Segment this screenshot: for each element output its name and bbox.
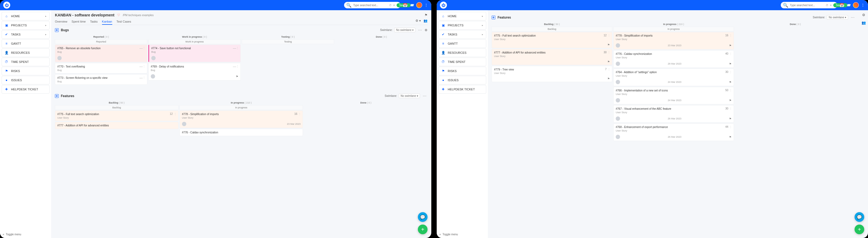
- clock-icon[interactable]: ⏱: [389, 4, 392, 7]
- kanban-card[interactable]: #779 - Tree viewUser Story7⋮⚑: [492, 66, 612, 82]
- user-avatar[interactable]: [416, 2, 422, 8]
- tab-testcases[interactable]: Test Cases: [117, 19, 131, 25]
- inbox-icon[interactable]: 📨: [409, 3, 414, 7]
- sidebar-item-projects[interactable]: ▣PROJECTS▸: [438, 21, 486, 30]
- assignee-avatar[interactable]: [616, 80, 620, 84]
- sidebar-item-home[interactable]: ⌂HOME▸: [2, 12, 50, 21]
- sidebar-item-risks[interactable]: ⚑RISKS: [438, 67, 486, 75]
- card-menu-icon[interactable]: ⋮: [236, 46, 239, 49]
- settings-icon[interactable]: ⚙ ▾: [415, 19, 421, 25]
- kanban-card[interactable]: #775 - Full text search optimizationUser…: [55, 110, 179, 121]
- flag-icon[interactable]: ⚑: [425, 13, 428, 17]
- sidebar-item-resources[interactable]: 👤RESOURCES: [438, 48, 486, 57]
- section-settings-icon[interactable]: ⚙: [425, 28, 428, 32]
- sidebar-item-issues[interactable]: ●ISSUES: [2, 76, 50, 84]
- search-input[interactable]: [353, 4, 388, 7]
- sidebar-item-home[interactable]: ⌂HOME▸: [438, 12, 486, 21]
- favorite-icon[interactable]: ♡: [117, 13, 120, 17]
- sidebar-item-tasks[interactable]: ✔TASKS▸: [438, 30, 486, 39]
- card-menu-icon[interactable]: ⋮: [298, 112, 301, 115]
- sidebar-item-risks[interactable]: ⚑RISKS: [2, 67, 50, 75]
- menu-dots-icon[interactable]: ⋮: [861, 3, 865, 7]
- card-menu-icon[interactable]: ⋮: [143, 46, 145, 49]
- app-logo-icon[interactable]: ⏻: [440, 2, 447, 9]
- card-menu-icon[interactable]: ⋮: [236, 65, 239, 68]
- assignee-avatar[interactable]: [182, 122, 186, 126]
- people-icon[interactable]: 👥: [424, 19, 428, 25]
- assignee-avatar[interactable]: [151, 74, 155, 78]
- filter-icon[interactable]: ≡: [393, 4, 395, 7]
- section-toggle-icon[interactable]: ▦: [55, 28, 59, 32]
- card-menu-icon[interactable]: ⋮: [730, 34, 732, 37]
- card-menu-icon[interactable]: ⋮: [143, 65, 145, 68]
- assignee-avatar[interactable]: [616, 98, 620, 102]
- user-avatar[interactable]: [853, 2, 859, 8]
- search-box[interactable]: 🔍 ⏱ ≡ Search: [344, 2, 401, 8]
- sidebar-item-tasks[interactable]: ✔TASKS▸: [2, 30, 50, 39]
- kanban-card[interactable]: #766 - Implementation of a new set of ic…: [613, 87, 734, 104]
- inbox-icon[interactable]: 📨: [846, 3, 851, 7]
- card-menu-icon[interactable]: ⋮: [730, 107, 732, 110]
- calendar-icon[interactable]: 📅: [403, 3, 407, 7]
- kanban-card[interactable]: #777 - Addition of API for advanced enti…: [55, 122, 179, 129]
- people-icon[interactable]: 👥: [862, 21, 866, 25]
- swimlane-select[interactable]: No swimlane ▾: [394, 28, 415, 32]
- card-menu-icon[interactable]: ⋮: [608, 68, 610, 71]
- kanban-card[interactable]: #773 - Screen flickering on a specific v…: [55, 74, 147, 85]
- kanban-card[interactable]: #765 - Remove an obsolete functionBug—⋮: [55, 45, 147, 62]
- kanban-card[interactable]: #775 - Full text search optimizationUser…: [492, 32, 612, 48]
- card-menu-icon[interactable]: ⋮: [608, 51, 610, 54]
- card-menu-icon[interactable]: ⋮: [143, 76, 145, 79]
- kanban-card[interactable]: #778 - Simplification of importsUser Sto…: [613, 32, 734, 49]
- assignee-avatar[interactable]: [616, 135, 620, 139]
- kanban-card[interactable]: #776 - Caldav synchronizationUser Story4…: [613, 50, 734, 68]
- sidebar-item-helpdesk[interactable]: ✚HELPDESK TICKET: [438, 85, 486, 94]
- app-logo-icon[interactable]: ⏻: [3, 2, 10, 9]
- kanban-card[interactable]: #764 - Addition of "settings" optionUser…: [613, 69, 734, 86]
- swimlane-select[interactable]: No swimlane ▾: [827, 15, 848, 20]
- calendar-icon[interactable]: 📅: [839, 3, 844, 7]
- section-menu-icon[interactable]: ⋯: [417, 28, 423, 32]
- menu-dots-icon[interactable]: ⋮: [424, 3, 428, 7]
- assignee-avatar[interactable]: [151, 56, 156, 60]
- sidebar-item-issues[interactable]: ●ISSUES: [438, 76, 486, 84]
- kanban-card[interactable]: #767 - Visual enhancement of the ABC fea…: [613, 105, 734, 123]
- add-fab-button[interactable]: +: [855, 225, 864, 234]
- search-box[interactable]: 🔍 ⏱ ≡ Search: [781, 2, 837, 8]
- kanban-card[interactable]: #768 - Enhancement of export performance…: [613, 124, 734, 141]
- section-toggle-icon[interactable]: ▦: [55, 94, 59, 98]
- filter-icon[interactable]: ≡: [830, 4, 832, 7]
- sidebar-item-projects[interactable]: ▣PROJECTS▸: [2, 21, 50, 30]
- sidebar-item-timespent[interactable]: ⏱TIME SPENT: [438, 58, 486, 66]
- toggle-menu-button[interactable]: «Toggle menu: [439, 233, 458, 236]
- section-toggle-icon[interactable]: ▦: [492, 15, 495, 20]
- swimlane-select[interactable]: No swimlane ▾: [399, 94, 420, 98]
- sidebar-item-gantt[interactable]: ≡GANTT: [2, 39, 50, 48]
- tab-kanban[interactable]: Kanban: [102, 19, 112, 25]
- sidebar-item-timespent[interactable]: ⏱TIME SPENT: [2, 58, 50, 66]
- chat-bubble-button[interactable]: 💬: [418, 212, 428, 222]
- kanban-card[interactable]: #778 - Simplification of importsUser Sto…: [180, 110, 303, 128]
- tab-spenttime[interactable]: Spent time: [72, 19, 86, 25]
- assignee-avatar[interactable]: [57, 56, 62, 60]
- search-input[interactable]: [790, 4, 824, 7]
- settings-icon[interactable]: ⚙: [862, 13, 865, 17]
- sidebar-item-gantt[interactable]: ≡GANTT: [438, 39, 486, 48]
- card-menu-icon[interactable]: ⋮: [174, 112, 177, 115]
- assignee-avatar[interactable]: [616, 62, 620, 66]
- tab-tasks[interactable]: Tasks: [90, 19, 97, 25]
- chat-bubble-button[interactable]: 💬: [855, 212, 864, 222]
- card-menu-icon[interactable]: ⋮: [730, 70, 732, 73]
- toggle-menu-button[interactable]: «Toggle menu: [3, 233, 21, 236]
- assignee-avatar[interactable]: [616, 43, 620, 47]
- add-fab-button[interactable]: +: [418, 225, 428, 234]
- assignee-avatar[interactable]: [616, 116, 620, 121]
- breadcrumb[interactable]: /PM techniques examples: [123, 14, 154, 17]
- section-menu-icon[interactable]: ⋯: [850, 15, 856, 20]
- sidebar-item-resources[interactable]: 👤RESOURCES: [2, 48, 50, 57]
- card-menu-icon[interactable]: ⋮: [608, 34, 610, 37]
- section-menu-icon[interactable]: ⋯: [422, 94, 428, 98]
- card-menu-icon[interactable]: ⋮: [730, 52, 732, 55]
- clock-icon[interactable]: ⏱: [826, 4, 829, 7]
- kanban-card[interactable]: #770 - Text overflowingBug—⋮: [55, 63, 147, 73]
